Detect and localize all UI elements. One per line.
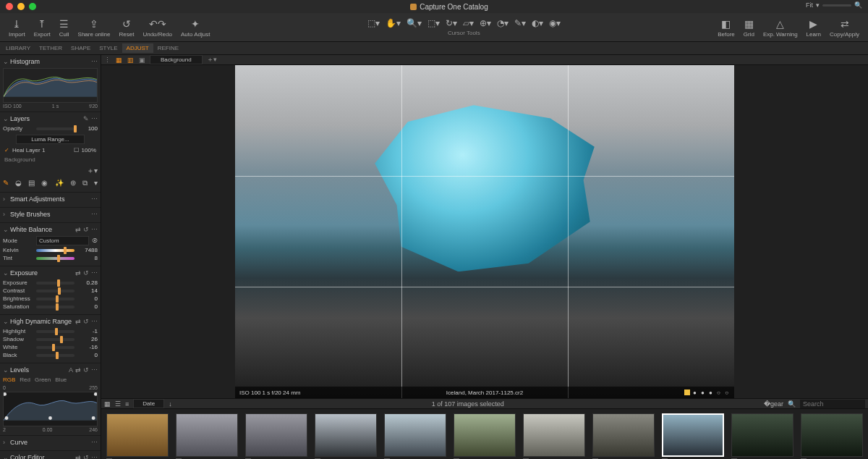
levels-channel-blue[interactable]: Blue <box>55 376 67 383</box>
maximize-window-button[interactable] <box>29 3 36 10</box>
brush-icon[interactable]: ✎ <box>3 179 9 188</box>
layers-header[interactable]: ⌄ Layers ✎ ⋯ <box>3 114 98 124</box>
share-button[interactable]: ⇪Share online <box>74 16 115 39</box>
heal-icon[interactable]: ⊕ <box>70 179 76 188</box>
tab-adjust[interactable]: ADJUST <box>122 43 153 53</box>
hdr-value[interactable]: -16 <box>77 344 98 350</box>
copy-icon[interactable]: ⇄ <box>75 454 81 459</box>
handle-icon[interactable]: ⋮ <box>104 56 111 64</box>
zoom-slider[interactable] <box>822 4 851 7</box>
hdr-header[interactable]: ⌄ High Dynamic Range ⇄ ↺ ⋯ <box>3 316 98 327</box>
levels-channel-rgb[interactable]: RGB <box>3 376 15 383</box>
levels-header[interactable]: ⌄ Levels A ⇄ ↺ ⋯ <box>3 365 98 375</box>
exposure-slider[interactable] <box>36 306 75 308</box>
tab-shape[interactable]: SHAPE <box>67 43 95 53</box>
zoom-dropdown-icon[interactable]: ▾ <box>816 1 820 9</box>
hdr-value[interactable]: 0 <box>77 352 98 358</box>
thumbnail[interactable]: ★★★★☆Istanbul, Turke…y 2017-318.cr2 <box>174 413 240 459</box>
hdr-slider[interactable] <box>36 354 75 357</box>
reset-button[interactable]: ↺Reset <box>115 16 139 39</box>
wb-mode-dropdown[interactable]: Custom <box>36 236 89 245</box>
search-input[interactable] <box>800 400 865 408</box>
export-button[interactable]: ⤒Export <box>30 16 55 39</box>
zoom-fit-label[interactable]: Fit <box>806 1 813 9</box>
view-list-icon[interactable]: ☰ <box>115 400 121 408</box>
histogram-header[interactable]: ⌄ Histogram ⋯ <box>3 56 98 67</box>
reset-icon[interactable]: ↺ <box>83 366 89 374</box>
cursor-tool-pointer[interactable]: ⬚▾ <box>367 18 380 28</box>
add-icon[interactable]: ＋▾ <box>207 55 217 64</box>
before-button[interactable]: ◧Before <box>713 16 739 39</box>
menu-icon[interactable]: ⋯ <box>91 318 98 325</box>
thumbnail[interactable]: ★★★☆☆Frozen Danub…ary 2016-8.cr2 <box>104 413 171 459</box>
learn-button[interactable]: ▶Learn <box>802 16 825 39</box>
levels-channel-red[interactable]: Red <box>20 376 30 383</box>
view-mode-1-icon[interactable]: ▦ <box>115 56 122 64</box>
cursor-tool-mask[interactable]: ◔▾ <box>497 18 509 28</box>
radial-mask-icon[interactable]: ◉ <box>41 179 48 188</box>
cursor-tool-rotate[interactable]: ↻▾ <box>446 18 457 28</box>
rating-dots[interactable]: ● ● ● ○ ○ <box>693 389 730 396</box>
cursor-tool-crop[interactable]: ⬚▾ <box>427 18 440 28</box>
kelvin-slider[interactable] <box>36 249 75 252</box>
cursor-tool-gradient[interactable]: ◐▾ <box>532 18 543 28</box>
clone-icon[interactable]: ⧉ <box>82 179 88 188</box>
menu-icon[interactable]: ⋯ <box>91 195 98 203</box>
exposure-value[interactable]: 14 <box>77 287 98 294</box>
style-brushes-header[interactable]: › Style Brushes ⋯ <box>3 209 98 219</box>
luma-range-button[interactable]: Luma Range... <box>16 135 84 144</box>
layer-item[interactable]: Background <box>3 155 98 164</box>
sort-dir-icon[interactable]: ↓ <box>169 400 172 408</box>
exposure-slider[interactable] <box>36 282 75 285</box>
curve-header[interactable]: › Curve ⋯ <box>3 437 98 447</box>
copy-icon[interactable]: ⇄ <box>75 226 81 233</box>
thumbnail[interactable]: ★★★☆☆Iceland, March 2017-256.cr2 <box>590 413 657 459</box>
tab-style[interactable]: STYLE <box>95 43 122 53</box>
smart-adjustments-header[interactable]: › Smart Adjustments ⋯ <box>3 194 98 204</box>
levels-graph[interactable] <box>3 392 98 426</box>
cursor-tool-radial[interactable]: ◉▾ <box>549 18 561 28</box>
reset-icon[interactable]: ↺ <box>83 269 89 277</box>
copy-icon[interactable]: ⇄ <box>75 318 81 325</box>
sort-dropdown[interactable]: Date <box>133 399 164 408</box>
menu-icon[interactable]: ⋯ <box>91 211 98 218</box>
menu-icon[interactable]: ⋯ <box>91 269 98 277</box>
gradient-mask-icon[interactable]: ▤ <box>28 179 35 188</box>
tab-library[interactable]: LIBRARY <box>1 43 35 53</box>
hdr-slider[interactable] <box>36 338 75 341</box>
exposure-value[interactable]: 0.28 <box>77 279 98 286</box>
tint-value[interactable]: 8 <box>77 255 98 261</box>
minimize-window-button[interactable] <box>17 3 25 10</box>
reset-icon[interactable]: ↺ <box>83 454 89 459</box>
thumbnail[interactable]: ★★★☆☆Iceland, March 2017-1125.cr2 <box>660 413 726 459</box>
color-tag-badge[interactable] <box>684 389 690 395</box>
cursor-tool-spot[interactable]: ⊕▾ <box>480 18 491 28</box>
exposure-slider[interactable] <box>36 298 75 300</box>
thumbnail[interactable]: ★★★☆☆Iceland, March 2017-1486.cr2 <box>799 413 865 459</box>
hdr-value[interactable]: 26 <box>77 336 98 342</box>
image-viewer[interactable]: ISO 100 1 s f/20 24 mm Iceland, March 20… <box>101 65 868 398</box>
kelvin-value[interactable]: 7488 <box>77 247 98 253</box>
thumbnail[interactable]: ☆☆☆☆☆Istanbul, Turke…y 2017-78.cr2 <box>243 413 310 459</box>
hdr-value[interactable]: -1 <box>77 328 98 334</box>
copyapply-button[interactable]: ⇄Copy/Apply <box>825 16 864 39</box>
view-mode-2-icon[interactable]: ▥ <box>127 56 134 64</box>
thumbnail[interactable]: ★★★☆☆Iceland, March 2017-174.dng <box>451 413 518 459</box>
search-icon[interactable]: 🔍 <box>854 1 862 9</box>
white-balance-header[interactable]: ⌄ White Balance ⇄ ↺ ⋯ <box>3 224 98 235</box>
tab-tether[interactable]: TETHER <box>35 43 67 53</box>
hdr-slider[interactable] <box>36 330 75 333</box>
filter-icon[interactable]: �gear <box>764 400 783 408</box>
autoadjust-button[interactable]: ✦Auto Adjust <box>176 16 214 39</box>
color-editor-header[interactable]: ⌄ Color Editor ⇄ ↺ ⋯ <box>3 452 98 459</box>
histogram-menu-icon[interactable]: ⋯ <box>91 58 98 65</box>
view-filmstrip-icon[interactable]: ≡ <box>125 400 129 408</box>
eraser-icon[interactable]: ◒ <box>15 179 22 188</box>
pin-icon[interactable]: ✎ <box>83 115 89 122</box>
menu-icon[interactable]: ⋯ <box>91 115 98 122</box>
cursor-tool-hand[interactable]: ✋▾ <box>386 18 401 28</box>
current-layer-dropdown[interactable]: Background <box>150 55 203 64</box>
cursor-tool-keystone[interactable]: ▱▾ <box>463 18 474 28</box>
exposure-value[interactable]: 0 <box>77 295 98 302</box>
import-button[interactable]: ⤓Import <box>4 16 30 39</box>
